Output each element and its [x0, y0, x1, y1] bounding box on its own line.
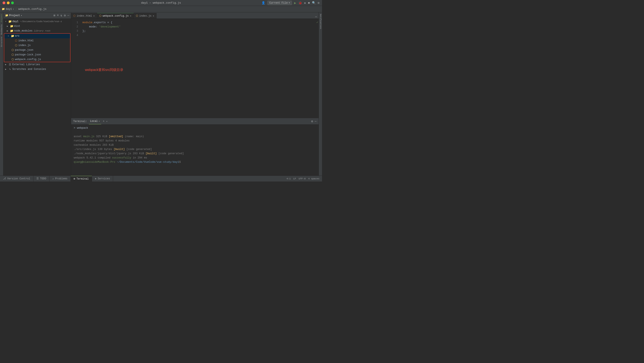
tree-label: index.html	[18, 39, 34, 42]
tabs-more-button[interactable]: ⋯	[314, 15, 318, 18]
nav-project-label: day1	[6, 8, 12, 11]
stop-button[interactable]: ■	[308, 1, 310, 5]
project-sidebar-tab[interactable]: Project	[1, 13, 3, 23]
tree-badge: library root	[34, 30, 50, 32]
tree-label: node_modules	[14, 30, 32, 32]
terminal-content[interactable]: > webpack asset main.js 325 KiB [emitted…	[71, 124, 318, 176]
tree-label: index.js	[18, 44, 31, 47]
tree-webpack-config[interactable]: ▶ ⬡ webpack.config.js	[4, 57, 70, 62]
tab-label: Services	[98, 177, 110, 180]
html-file-icon: ⬡	[14, 39, 18, 42]
terminal-tab-local[interactable]: Local ✕	[89, 118, 101, 124]
dropdown-terminal-icon[interactable]: ▾	[106, 120, 108, 123]
tab-todo[interactable]: ☰ TODO	[34, 176, 50, 182]
tree-path: ~/Documents/Code/VueCode/vue-s	[20, 20, 62, 23]
services-icon: ◈	[95, 177, 96, 180]
close-button[interactable]	[2, 2, 5, 4]
terminal-line-cacheable: cacheable modules 283 KiB	[74, 143, 316, 147]
editor-content[interactable]: 1 2 3 4 module.exports = { mode: 'develo…	[71, 19, 318, 118]
tab-label: Problems	[55, 177, 68, 180]
arrow-icon: ▶	[7, 30, 9, 32]
sort-alpha-icon[interactable]: ⇅	[60, 14, 62, 17]
tree-package-lock-json[interactable]: ▶ ⬡ package-lock.json	[4, 52, 70, 57]
tree-index-js[interactable]: ▶ ⬡ index.js	[4, 43, 70, 48]
settings-icon[interactable]: ⚙	[318, 1, 320, 5]
tree-label: External Libraries	[12, 63, 40, 66]
scratches-icon: ✎	[8, 68, 12, 71]
nav-project[interactable]: 📁 day1 ▾	[2, 8, 14, 11]
editor-gutter: ✓	[316, 19, 318, 118]
sort-icon[interactable]: ≡	[57, 14, 58, 17]
code-editor[interactable]: module.exports = { mode: 'development' }…	[81, 19, 316, 118]
html-tab-icon: ⬡	[73, 14, 76, 18]
code-line-2: mode: 'development'	[82, 25, 316, 29]
annotation-text: webpack要和src同级目录	[85, 68, 123, 72]
tab-close-icon[interactable]: ✕	[93, 14, 95, 17]
status-bar-right: 4:1 LF UTF-8 4 spaces	[286, 178, 322, 180]
folder-small-icon: 📁	[5, 14, 8, 17]
git-icon: ⎇	[3, 177, 6, 180]
terminal-close-icon[interactable]: —	[315, 120, 316, 123]
maximize-button[interactable]	[11, 2, 14, 4]
tab-version-control[interactable]: ⎇ Version Control	[0, 176, 34, 182]
project-tree: ▾ 📁 day1 ~/Documents/Code/VueCode/vue-s …	[4, 19, 71, 176]
prompt-symbol: >	[74, 126, 77, 130]
coverage-icon[interactable]: ◈	[304, 1, 306, 5]
tree-src[interactable]: ▾ 📁 src	[4, 34, 70, 38]
tab-problems[interactable]: ⚠ Problems	[50, 176, 71, 182]
tab-label: index.html	[77, 14, 92, 18]
warning-icon: ⚠	[52, 177, 54, 180]
add-terminal-icon[interactable]: +	[103, 120, 104, 123]
status-line-sep[interactable]: LF	[293, 178, 296, 180]
js-tab-icon: ⬡	[136, 14, 138, 18]
status-indent[interactable]: 4 spaces	[308, 178, 320, 180]
tree-label: webpack.config.js	[15, 58, 41, 61]
terminal-icon: ⊞	[74, 177, 75, 180]
terminal-line-src-index: ./src/index.js 139 bytes [built] [code g…	[74, 147, 316, 152]
current-file-button[interactable]: Current File ▾	[267, 1, 292, 5]
terminal-tab-close-icon[interactable]: ✕	[98, 120, 100, 122]
search-icon[interactable]: 🔍	[312, 1, 316, 5]
tab-terminal[interactable]: ⊞ Terminal	[71, 176, 92, 182]
tree-index-html[interactable]: ▶ ⬡ index.html	[4, 38, 70, 43]
tab-close-icon[interactable]: ✕	[130, 14, 132, 17]
tab-index-js[interactable]: ⬡ index.js ✕	[134, 13, 156, 18]
run-button[interactable]: ▶	[294, 1, 296, 5]
tree-package-json[interactable]: ▶ ⬡ package.json	[4, 48, 70, 52]
folder-icon: 📁	[8, 20, 12, 23]
tree-external-libraries[interactable]: ▶ ☰ External Libraries	[4, 62, 71, 67]
settings-panel-icon[interactable]: ⚙	[64, 14, 66, 17]
tab-services[interactable]: ◈ Services	[92, 176, 113, 182]
structure-sidebar-tab[interactable]: Structure	[1, 36, 3, 48]
collapse-all-icon[interactable]: ⊞	[54, 14, 55, 17]
terminal-settings-icon[interactable]: ⚙	[311, 120, 313, 123]
tree-root-day1[interactable]: ▾ 📁 day1 ~/Documents/Code/VueCode/vue-s	[4, 19, 71, 24]
status-line-col[interactable]: 4:1	[286, 178, 291, 180]
tab-webpack-config[interactable]: ⬡ webpack.config.js ✕	[97, 13, 134, 18]
tab-close-icon[interactable]: ✕	[153, 14, 154, 17]
tab-label: index.js	[139, 14, 152, 18]
left-sidebar-strip: Project Bookmarks Structure	[0, 12, 4, 176]
right-sidebar-strip: Notifications	[318, 12, 322, 176]
tree-dist[interactable]: ▶ 📁 dist	[4, 24, 71, 28]
window-controls	[2, 2, 14, 4]
arrow-icon: ▶	[5, 63, 8, 66]
arrow-icon: ▾	[8, 35, 10, 37]
bookmarks-sidebar-tab[interactable]: Bookmarks	[1, 24, 3, 36]
tree-node-modules[interactable]: ▶ 📁 node_modules library root	[4, 28, 71, 33]
js-file-icon: ⬡	[11, 58, 14, 61]
terminal-label: Terminal:	[73, 120, 87, 123]
tab-index-html[interactable]: ⬡ index.html ✕	[71, 13, 97, 18]
nav-separator: |	[15, 8, 17, 11]
check-icon: ✓	[316, 20, 318, 24]
tree-scratches[interactable]: ▶ ✎ Scratches and Consoles	[4, 67, 71, 72]
status-encoding[interactable]: UTF-8	[298, 178, 306, 180]
project-panel-actions: ⊞ ≡ ⇅ ⚙ —	[54, 14, 69, 17]
terminal-line-user-prompt: qiang@xiaocaideMacBook-Pro ~/Documents/C…	[74, 160, 316, 164]
notifications-sidebar-tab[interactable]: Notifications	[320, 13, 322, 30]
main-area: Project Bookmarks Structure 📁 Project ▾ …	[0, 12, 322, 176]
close-panel-icon[interactable]: —	[68, 14, 69, 17]
debug-button[interactable]: 🐞	[298, 1, 302, 5]
user-icon[interactable]: 👤	[262, 1, 265, 5]
minimize-button[interactable]	[7, 2, 10, 4]
